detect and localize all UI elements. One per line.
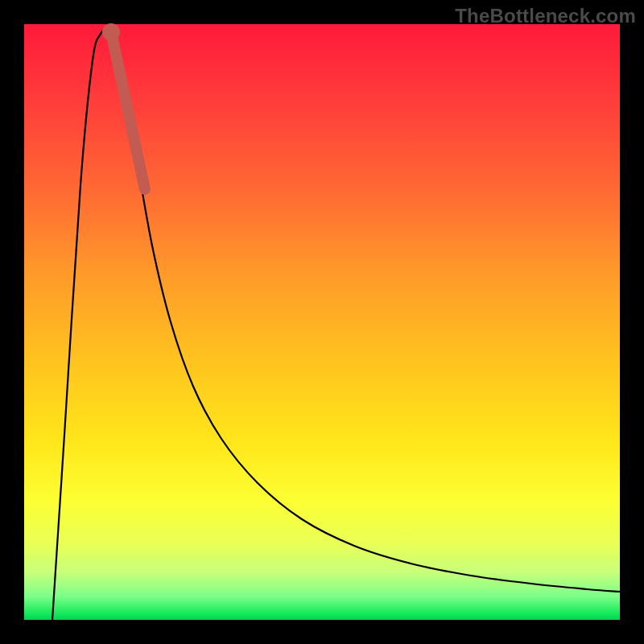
bottleneck-curve [52, 30, 620, 620]
plot-area [24, 24, 620, 620]
chart-svg [24, 24, 620, 620]
watermark-text: TheBottleneck.com [455, 5, 636, 27]
highlight-dot [102, 23, 120, 41]
highlight-segment [111, 32, 145, 189]
chart-frame: TheBottleneck.com [0, 0, 644, 644]
